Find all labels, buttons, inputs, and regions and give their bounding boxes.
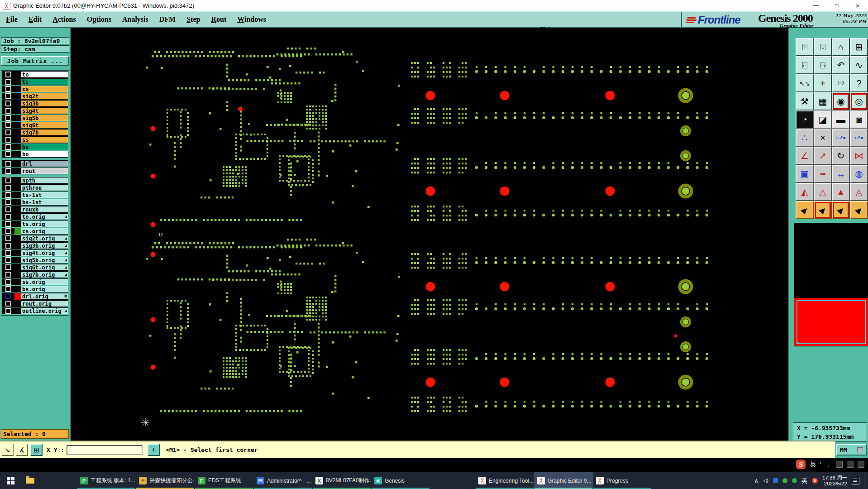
layer-name[interactable]: bo bbox=[21, 151, 68, 158]
ime-tools-icon[interactable] bbox=[858, 461, 864, 468]
layer-name[interactable]: sig3b bbox=[21, 100, 68, 107]
layer-name[interactable]: cs bbox=[21, 86, 68, 92]
layer-row-rouxb[interactable]: rouxb bbox=[2, 206, 68, 213]
layer-row-ss.orig[interactable]: ss.orig bbox=[2, 278, 68, 285]
layer-checkbox[interactable] bbox=[5, 272, 11, 278]
zoom-back-button[interactable]: ↶ bbox=[832, 56, 850, 74]
tray-green-a-icon[interactable] bbox=[782, 478, 787, 483]
select-net-button[interactable]: ► bbox=[850, 201, 868, 219]
layer-checkbox[interactable] bbox=[5, 144, 11, 150]
layer-name[interactable]: sig6t.orig◢ bbox=[21, 264, 68, 271]
layer-row-drl.orig[interactable]: drl.orig⊞ bbox=[2, 293, 68, 300]
highlight-mode-button[interactable]: ◔ bbox=[796, 110, 814, 129]
taskbar-item--[interactable]: ✳兴森快捷衡阳分公... bbox=[136, 472, 195, 489]
mirror-button[interactable]: ⋈ bbox=[850, 147, 868, 165]
net-endpoints-button[interactable]: ∴ bbox=[796, 129, 814, 147]
layer-checkbox[interactable] bbox=[5, 286, 11, 292]
layer-row-cs[interactable]: cs bbox=[2, 86, 68, 92]
layer-checkbox[interactable] bbox=[5, 108, 11, 114]
volume-icon[interactable]: ◁) bbox=[763, 478, 768, 484]
layer-name[interactable]: outline.orig◢ bbox=[21, 307, 68, 314]
menu-rout[interactable]: Rout bbox=[211, 15, 226, 24]
layer-row-rout.orig[interactable]: rout.orig bbox=[2, 300, 68, 307]
layer-checkbox[interactable] bbox=[5, 72, 11, 77]
layer-checkbox[interactable] bbox=[5, 122, 11, 128]
layer-checkbox[interactable] bbox=[5, 129, 11, 135]
zoom-home-button[interactable]: ⌂ bbox=[832, 38, 850, 56]
layer-name[interactable]: bs.orig bbox=[21, 286, 68, 292]
layer-row-ts[interactable]: ts bbox=[2, 78, 68, 85]
layer-checkbox[interactable] bbox=[5, 206, 11, 212]
layer-checkbox[interactable] bbox=[5, 243, 11, 249]
ime-punct-2[interactable]: ， bbox=[825, 460, 832, 469]
tray-chevron-icon[interactable]: ∧ bbox=[754, 477, 758, 484]
layer-row-to.orig[interactable]: to.orig◢ bbox=[2, 213, 68, 220]
ime-mic-icon[interactable] bbox=[836, 461, 843, 468]
layer-row-sig6t[interactable]: sig6t bbox=[2, 122, 68, 129]
layer-name[interactable]: rouxb bbox=[21, 206, 68, 213]
layer-checkbox[interactable] bbox=[5, 257, 11, 263]
copy-pad-button[interactable]: ▣ bbox=[796, 165, 814, 183]
taskbar-item-genesis[interactable]: ◉Genesis bbox=[371, 472, 430, 489]
tray-app-icon[interactable] bbox=[773, 478, 778, 483]
layer-context-arrow-icon[interactable]: ◢ bbox=[65, 244, 67, 248]
net-display-b-button[interactable]: ◎ bbox=[850, 92, 868, 110]
layer-row-bs.orig[interactable]: bs.orig bbox=[2, 286, 68, 292]
draw-line-button[interactable]: ↗ bbox=[814, 147, 832, 165]
units-button[interactable]: MM bbox=[836, 444, 867, 455]
stretch-button[interactable]: ↔ bbox=[832, 165, 850, 183]
layer-name[interactable]: sig2t.orig◢ bbox=[21, 235, 68, 242]
setup-tools-button[interactable]: ⚒ bbox=[796, 92, 814, 110]
xy-input[interactable]: ┆ bbox=[67, 445, 143, 455]
taskbar-item-progress[interactable]: ╳Progress bbox=[593, 472, 652, 489]
show-desktop-button[interactable] bbox=[864, 472, 866, 489]
arc-option-c-button[interactable]: ▲ bbox=[832, 183, 850, 201]
layer-checkbox[interactable] bbox=[5, 199, 11, 205]
layer-checkbox[interactable] bbox=[5, 177, 11, 183]
layer-name[interactable]: ss bbox=[21, 136, 68, 143]
overview-pane[interactable]: ✕ bbox=[794, 223, 868, 346]
layer-name[interactable]: sig5b.orig◢ bbox=[21, 257, 68, 264]
layer-checkbox[interactable] bbox=[5, 308, 11, 314]
menu-step[interactable]: Step bbox=[186, 15, 200, 24]
zoom-fit-button[interactable]: ↖↘ bbox=[796, 74, 814, 92]
layer-checkbox[interactable] bbox=[5, 279, 11, 285]
layer-name[interactable]: sig7b.orig◢ bbox=[21, 271, 68, 278]
sketch-shape-button[interactable]: ◪ bbox=[814, 110, 832, 129]
taskbar-item-engineering-tool-[interactable]: ╳Engineering Tool... bbox=[475, 472, 534, 489]
menu-actions[interactable]: Actions bbox=[52, 15, 76, 24]
resize-corner-button[interactable]: ↘ bbox=[1, 444, 14, 456]
layer-row-sig6t.orig[interactable]: sig6t.orig◢ bbox=[2, 264, 68, 271]
zoom-up-button[interactable]: ⍐ bbox=[796, 38, 814, 56]
menu-edit[interactable]: Edit bbox=[29, 15, 42, 24]
zoom-down-button[interactable]: ⍗ bbox=[814, 38, 832, 56]
layer-name[interactable]: to.orig◢ bbox=[21, 213, 68, 220]
pcb-viewport[interactable] bbox=[71, 28, 788, 441]
layer-name[interactable]: rout.orig bbox=[21, 300, 68, 307]
layer-row-sig3b.orig[interactable]: sig3b.orig◢ bbox=[2, 242, 68, 249]
grid-toggle-button[interactable]: ▦ bbox=[814, 92, 832, 110]
layer-name[interactable]: sig4t.orig◢ bbox=[21, 249, 68, 256]
ime-lang-indicator[interactable]: 英 bbox=[810, 460, 816, 469]
layer-row-sig3b[interactable]: sig3b bbox=[2, 100, 68, 107]
layer-name[interactable]: drl.orig⊞ bbox=[21, 293, 68, 300]
pan-left-button[interactable]: ⍇ bbox=[796, 56, 814, 74]
tray-clock[interactable]: 17:36 周一 2023/5/22 bbox=[822, 475, 847, 487]
layer-row-ss[interactable]: ss bbox=[2, 136, 68, 143]
layer-name[interactable]: sig2t bbox=[21, 93, 68, 100]
net-display-a-button[interactable]: ◉ bbox=[832, 92, 850, 110]
layer-row-bs[interactable]: bs bbox=[2, 144, 68, 150]
layer-checkbox[interactable] bbox=[5, 93, 11, 99]
layer-row-sig5b.orig[interactable]: sig5b.orig◢ bbox=[2, 257, 68, 264]
layer-context-arrow-icon[interactable]: ◢ bbox=[65, 215, 67, 219]
layer-row-ts.orig[interactable]: ts.orig bbox=[2, 221, 68, 227]
select-frame-button[interactable]: ► bbox=[814, 201, 832, 219]
layer-name[interactable]: cs.orig bbox=[21, 228, 68, 235]
layer-name[interactable]: bs-1st bbox=[21, 199, 68, 206]
layer-checkbox[interactable] bbox=[5, 235, 11, 241]
layer-name[interactable]: sig7b bbox=[21, 129, 68, 136]
layer-checkbox[interactable] bbox=[5, 168, 11, 174]
move-symbol-button[interactable]: •↗● bbox=[850, 129, 868, 147]
taskbar-item-eds-[interactable]: FEDS工程系统 bbox=[195, 472, 253, 489]
measure-ruler-button[interactable]: ▬ bbox=[832, 110, 850, 129]
